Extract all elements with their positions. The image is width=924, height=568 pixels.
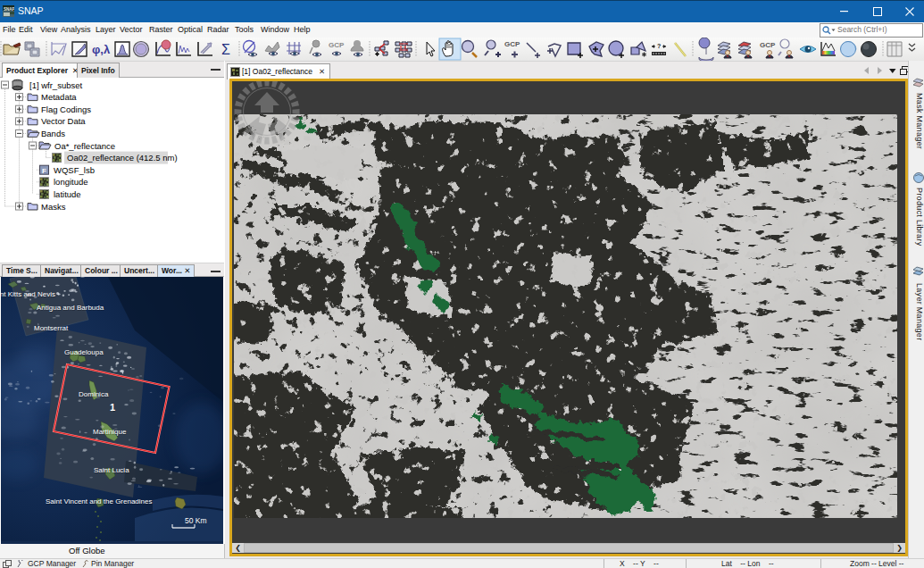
svg-text:Σ: Σ [221,42,230,57]
svg-text:int Kitts and Nevis: int Kitts and Nevis [1,290,55,298]
svg-text:?: ? [657,43,661,49]
svg-text:Dominica: Dominica [79,390,109,398]
svg-text:Guadeloupa: Guadeloupa [64,348,104,356]
svg-text:1: 1 [110,402,115,413]
svg-text:Saint Vincent and the Grenadin: Saint Vincent and the Grenadines [46,497,153,505]
svg-text:Saint Lucia: Saint Lucia [94,466,129,474]
svg-text:WQSF_lsb: WQSF_lsb [54,165,95,175]
svg-text:50 Km: 50 Km [185,516,207,525]
svg-text:SNAP: SNAP [4,7,14,12]
svg-text:Vector Data: Vector Data [41,116,86,126]
svg-text:Metadata: Metadata [41,92,77,102]
svg-text:GCP: GCP [760,41,776,49]
svg-text:Bands: Bands [41,129,65,138]
svg-text:Oa02_reflectance (412.5 nm): Oa02_reflectance (412.5 nm) [67,153,178,163]
svg-text:GCP: GCP [329,41,345,49]
svg-text:Oa*_reflectance: Oa*_reflectance [54,141,115,151]
svg-text:Flag Codings: Flag Codings [41,104,91,114]
svg-text:φ,λ: φ,λ [92,43,111,56]
svg-text:latitude: latitude [54,189,81,199]
svg-text:Masks: Masks [41,202,66,212]
svg-text:Antigua and Barbuda: Antigua and Barbuda [37,304,104,312]
svg-text:longitude: longitude [54,177,88,187]
svg-text:[1] wfr_subset: [1] wfr_subset [29,80,82,90]
svg-text:Martinique: Martinique [93,428,127,436]
svg-text:GCP: GCP [504,40,520,48]
svg-text:Montserrat: Montserrat [34,324,69,332]
svg-text:F: F [42,167,46,175]
